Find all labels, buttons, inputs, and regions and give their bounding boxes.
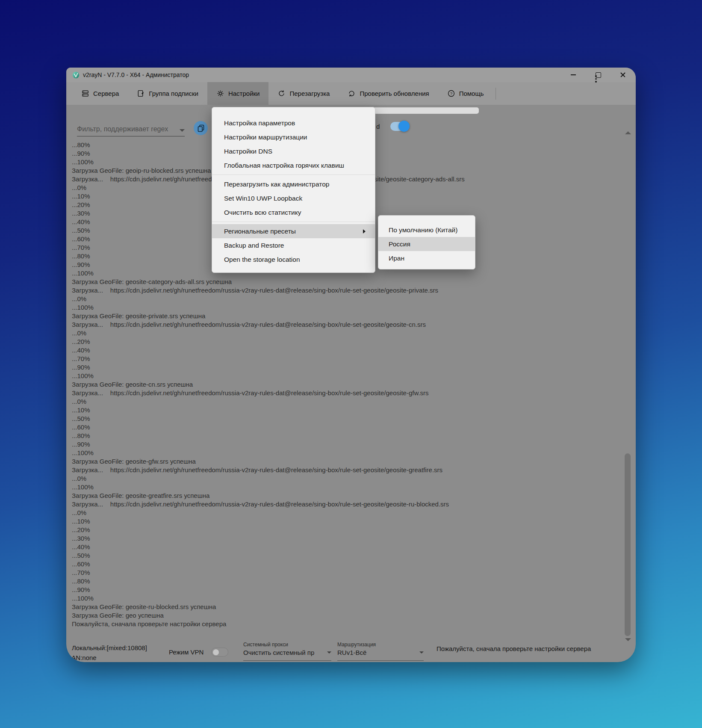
- filter-placeholder: Фильтр, поддерживает regex: [77, 125, 168, 133]
- log-line: Загрузка... https://cdn.jsdelivr.net/gh/…: [72, 389, 621, 397]
- menu-item-5[interactable]: Перезагрузить как администратор: [212, 177, 375, 191]
- menu-item-10[interactable]: Backup and Restore: [212, 238, 375, 252]
- local-endpoint-status: Локальный:[mixed:10808]: [72, 644, 147, 651]
- chevron-down-icon: [180, 129, 185, 132]
- settings-menu: Настройка параметровНастройки маршрутиза…: [212, 107, 375, 273]
- minimize-icon: [571, 74, 576, 75]
- log-line: ...70%: [72, 355, 621, 363]
- routing-value: RUv1-Всё: [337, 649, 366, 656]
- minimize-button[interactable]: [563, 68, 584, 82]
- submenu-arrow-icon: [363, 229, 366, 234]
- submenu-item-2[interactable]: Иран: [378, 251, 475, 265]
- subscription-icon: [137, 89, 145, 98]
- lan-status: LAN:none: [68, 654, 97, 661]
- menu-item-6[interactable]: Set Win10 UWP Loopback: [212, 191, 375, 205]
- log-line: ...50%: [72, 414, 621, 423]
- log-line: ...100%: [72, 303, 621, 312]
- log-line: ...60%: [72, 560, 621, 568]
- menubar-item-label: Группа подписки: [149, 90, 198, 97]
- log-line: ...20%: [72, 526, 621, 534]
- menubar-item-3[interactable]: Перезагрузка: [268, 82, 339, 105]
- log-line: ...0%: [72, 295, 621, 303]
- menu-item-1[interactable]: Настройки маршрутизации: [212, 130, 375, 144]
- scrollbar-up-arrow-icon[interactable]: [625, 131, 631, 134]
- menu-item-11[interactable]: Open the storage location: [212, 252, 375, 266]
- chevron-down-icon: [327, 651, 331, 654]
- log-line: ...10%: [72, 517, 621, 526]
- log-line: ...30%: [72, 534, 621, 543]
- log-line: ...80%: [72, 432, 621, 440]
- menubar: Сервера Группа подписки Настройки Переза…: [66, 82, 636, 105]
- chevron-down-icon: [419, 651, 424, 654]
- update-check-icon: [348, 89, 356, 98]
- log-line: Загрузка... https://cdn.jsdelivr.net/gh/…: [72, 500, 621, 509]
- statusbar-message: Пожалуйста, сначала проверьте настройки …: [437, 645, 591, 652]
- submenu-item-label: Россия: [389, 240, 410, 248]
- menu-item-label: Open the storage location: [224, 256, 300, 263]
- autoscroll-toggle[interactable]: [390, 122, 408, 131]
- log-line: ...40%: [72, 543, 621, 551]
- log-line: ...0%: [72, 509, 621, 517]
- toggle-knob: [213, 649, 219, 655]
- log-line: ...90%: [72, 440, 621, 449]
- submenu-item-0[interactable]: По умолчанию (Китай): [378, 223, 475, 237]
- menubar-item-2[interactable]: Настройки: [207, 82, 269, 105]
- log-line: Загрузка GeoFile: geosite-ru-blocked.srs…: [72, 603, 621, 611]
- submenu-item-1[interactable]: Россия: [378, 237, 475, 251]
- menubar-item-label: Помощь: [459, 90, 484, 97]
- menu-item-label: Перезагрузить как администратор: [224, 181, 329, 188]
- menubar-item-4[interactable]: Проверить обновления: [339, 82, 438, 105]
- menu-item-label: Глобальная настройка горячих клавиш: [224, 162, 344, 169]
- log-line: Загрузка GeoFile: geosite-gfw.srs успешн…: [72, 457, 621, 466]
- log-line: ...70%: [72, 568, 621, 577]
- scrollbar-down-arrow-icon[interactable]: [625, 638, 631, 641]
- close-button[interactable]: [613, 68, 633, 82]
- menubar-item-1[interactable]: Группа подписки: [128, 82, 207, 105]
- menubar-item-5[interactable]: ?Помощь: [438, 82, 493, 105]
- menu-item-9[interactable]: Региональные пресеты: [212, 224, 375, 238]
- window-title: v2rayN - V7.7.0 - X64 - Администратор: [83, 71, 189, 78]
- menu-item-2[interactable]: Настройки DNS: [212, 144, 375, 158]
- log-line: ...0%: [72, 397, 621, 406]
- menu-item-label: Региональные пресеты: [224, 228, 296, 235]
- routing-select[interactable]: Маршрутизация RUv1-Всё: [337, 642, 424, 661]
- filter-input[interactable]: Фильтр, поддерживает regex: [77, 117, 185, 136]
- menu-item-7[interactable]: Очистить всю статистику: [212, 205, 375, 219]
- menu-item-3[interactable]: Глобальная настройка горячих клавиш: [212, 158, 375, 172]
- menu-separator: [212, 175, 375, 175]
- regional-presets-submenu: По умолчанию (Китай)РоссияИран: [378, 215, 475, 269]
- vpn-mode-toggle[interactable]: [211, 648, 228, 657]
- log-line: ...50%: [72, 551, 621, 560]
- autoscroll-partial-label: d: [376, 123, 380, 130]
- app-window: v2rayN - V7.7.0 - X64 - Администратор Се…: [66, 68, 636, 662]
- servers-icon: [81, 89, 89, 98]
- log-line: Загрузка... https://cdn.jsdelivr.net/gh/…: [72, 320, 621, 329]
- kebab-menu-button[interactable]: [590, 68, 602, 90]
- app-logo-icon: [72, 71, 80, 79]
- log-line: ...40%: [72, 346, 621, 355]
- log-line: Загрузка... https://cdn.jsdelivr.net/gh/…: [72, 286, 621, 295]
- system-proxy-select[interactable]: Системный прокси Очистить системный пр: [243, 642, 331, 661]
- submenu-item-label: Иран: [389, 255, 404, 262]
- menubar-item-label: Проверить обновления: [360, 90, 429, 97]
- scrollbar-thumb[interactable]: [625, 453, 631, 636]
- menu-item-0[interactable]: Настройка параметров: [212, 116, 375, 130]
- menubar-item-label: Настройки: [228, 90, 260, 97]
- log-line: Загрузка GeoFile: geosite-private.srs ус…: [72, 312, 621, 320]
- svg-text:?: ?: [450, 91, 452, 96]
- log-line: Пожалуйста, сначала проверьте настройки …: [72, 620, 621, 628]
- log-line: ...80%: [72, 577, 621, 586]
- menubar-item-0[interactable]: Сервера: [72, 82, 128, 105]
- help-icon: ?: [447, 89, 455, 98]
- log-line: ...100%: [72, 594, 621, 603]
- menu-item-label: Очистить всю статистику: [224, 209, 301, 216]
- log-line: ...100%: [72, 449, 621, 457]
- copy-log-button[interactable]: [194, 121, 208, 135]
- log-line: ...10%: [72, 406, 621, 414]
- log-line: Загрузка GeoFile: geosite-cn.srs успешна: [72, 380, 621, 389]
- submenu-item-label: По умолчанию (Китай): [389, 226, 457, 234]
- system-proxy-label: Системный прокси: [243, 642, 331, 648]
- log-line: ...100%: [72, 372, 621, 380]
- log-line: Загрузка GeoFile: geosite-greatfire.srs …: [72, 491, 621, 500]
- log-line: ...0%: [72, 329, 621, 337]
